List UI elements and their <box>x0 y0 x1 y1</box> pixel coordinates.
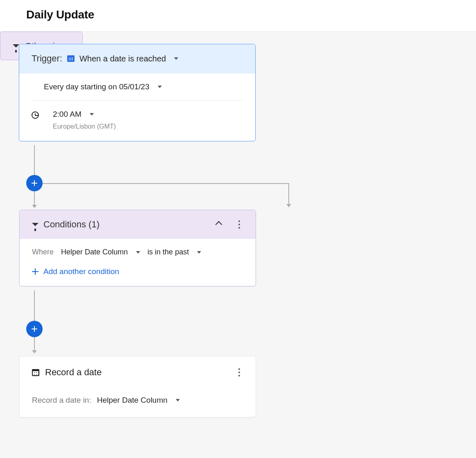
filter-icon <box>32 223 39 226</box>
conditions-card-header: Conditions (1) <box>20 210 256 239</box>
record-title: Record a date <box>45 367 229 378</box>
arrow-down-icon <box>32 205 37 208</box>
timezone-text: Europe/Lisbon (GMT) <box>53 123 116 130</box>
record-more-menu[interactable] <box>235 368 243 376</box>
arrow-down-icon <box>286 204 291 207</box>
chevron-down-icon <box>158 86 162 88</box>
connector-line <box>288 183 289 205</box>
plus-icon <box>32 180 37 186</box>
schedule-text: Every day starting on 05/01/23 <box>44 82 150 91</box>
trigger-card-body: Every day starting on 05/01/23 2:00 AM E… <box>19 73 255 141</box>
chevron-down-icon <box>197 251 201 254</box>
record-field-value: Helper Date Column <box>97 396 168 405</box>
page-header: Daily Update <box>0 0 476 32</box>
trigger-type-value: When a date is reached <box>79 54 166 63</box>
add-step-button[interactable] <box>26 321 43 337</box>
condition-row: Where Helper Date Column is in the past <box>32 248 243 256</box>
connector-line <box>34 183 288 184</box>
collapse-toggle[interactable] <box>215 221 222 228</box>
condition-field-value: Helper Date Column <box>61 248 128 256</box>
chevron-down-icon <box>176 399 180 401</box>
add-condition-button[interactable]: Add another condition <box>32 267 243 276</box>
filter-icon <box>13 44 19 48</box>
where-label: Where <box>32 248 54 256</box>
connector-line <box>34 335 35 351</box>
schedule-dropdown[interactable]: Every day starting on 05/01/23 <box>44 82 162 91</box>
arrow-down-icon <box>32 350 37 354</box>
automation-canvas: Trigger: When a date is reached Every da… <box>0 32 476 458</box>
connector-line <box>34 189 35 206</box>
record-date-card[interactable]: Record a date Record a date in: Helper D… <box>19 356 256 417</box>
conditions-card[interactable]: Conditions (1) Where Helper Date Column … <box>19 210 256 286</box>
add-step-button[interactable] <box>26 175 43 191</box>
plus-icon <box>32 268 39 275</box>
connector-line <box>34 290 35 323</box>
time-value: 2:00 AM <box>53 110 82 119</box>
chevron-down-icon <box>90 113 94 116</box>
time-dropdown[interactable]: 2:00 AM <box>53 110 116 119</box>
record-card-body: Record a date in: Helper Date Column <box>32 396 243 405</box>
condition-operator-dropdown[interactable]: is in the past <box>147 248 201 256</box>
conditions-more-menu[interactable] <box>235 220 243 229</box>
chevron-down-icon <box>136 251 140 254</box>
record-in-label: Record a date in: <box>32 396 91 405</box>
add-condition-label: Add another condition <box>43 267 119 276</box>
calendar-grid-icon <box>67 55 75 62</box>
calendar-icon <box>32 369 39 376</box>
trigger-card-header: Trigger: When a date is reached <box>19 44 255 73</box>
chevron-down-icon <box>174 57 178 60</box>
connector-line <box>34 145 35 177</box>
trigger-type-dropdown[interactable]: When a date is reached <box>79 54 178 63</box>
page-title: Daily Update <box>26 8 450 21</box>
condition-field-dropdown[interactable]: Helper Date Column <box>61 248 140 256</box>
record-field-dropdown[interactable]: Helper Date Column <box>97 396 180 405</box>
conditions-card-body: Where Helper Date Column is in the past … <box>20 239 256 286</box>
plus-icon <box>32 326 37 332</box>
trigger-label: Trigger: <box>32 53 62 64</box>
clock-icon <box>32 111 39 119</box>
trigger-card[interactable]: Trigger: When a date is reached Every da… <box>19 44 256 141</box>
condition-operator-value: is in the past <box>147 248 189 256</box>
record-card-header: Record a date <box>32 367 243 378</box>
conditions-title: Conditions (1) <box>43 219 211 230</box>
